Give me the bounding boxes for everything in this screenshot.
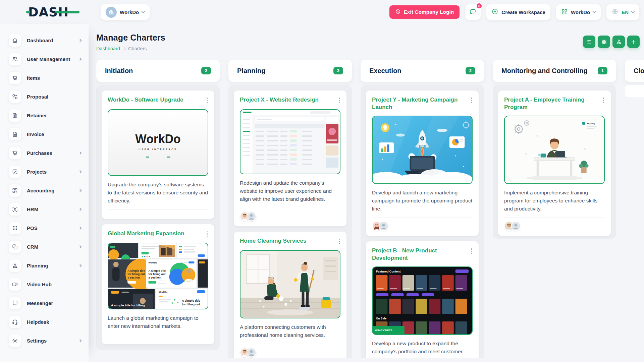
cart-icon bbox=[9, 72, 21, 84]
charter-card[interactable]: Global Marketing Expansion bbox=[102, 224, 214, 345]
chat-icon bbox=[9, 297, 21, 309]
sidebar-item-purchases[interactable]: Purchases bbox=[0, 143, 89, 162]
sitemap-icon bbox=[616, 39, 622, 45]
grid-icon bbox=[601, 39, 607, 45]
exit-company-login-button[interactable]: Exit Company Login bbox=[389, 5, 460, 19]
column-header: Initiation 2 bbox=[96, 60, 220, 82]
assigned-avatars bbox=[240, 212, 256, 221]
charter-card[interactable]: Project Y - Marketing Campaign Launch bbox=[366, 90, 479, 236]
charter-title[interactable]: Project X - Website Redesign bbox=[240, 96, 319, 104]
column-body: Project Y - Marketing Campaign Launch bbox=[361, 85, 484, 358]
svg-text:Hobby: Hobby bbox=[587, 122, 595, 125]
kebab-menu-icon[interactable] bbox=[602, 96, 605, 105]
sidebar-item-crm[interactable]: CRM bbox=[0, 237, 89, 256]
messages-button[interactable]: 0 bbox=[465, 4, 481, 20]
sidebar-item-user-management[interactable]: User Management bbox=[0, 50, 89, 68]
chevron-down-icon bbox=[142, 9, 145, 13]
avatar-placeholder[interactable] bbox=[247, 212, 256, 221]
svg-text:a section: a section bbox=[148, 276, 160, 279]
sidebar-item-items[interactable]: Items bbox=[0, 68, 89, 87]
charter-card[interactable]: Project X - Website Redesign bbox=[234, 90, 346, 226]
svg-text:A simple title for filling: A simple title for filling bbox=[111, 303, 145, 307]
home-icon bbox=[9, 34, 21, 47]
card-footer bbox=[372, 218, 473, 231]
sidebar-item-planning[interactable]: Planning bbox=[0, 256, 89, 275]
svg-text:A simple title: A simple title bbox=[182, 299, 200, 302]
charter-image-training-illustration: Hobby bbox=[504, 116, 605, 184]
page-header: Manage Charters Dashboard Charters bbox=[96, 33, 644, 51]
breadcrumb-current: Charters bbox=[128, 46, 147, 51]
video-camera-icon bbox=[9, 278, 21, 291]
charter-image-rocket-launch bbox=[372, 116, 473, 184]
svg-text:for filling out: for filling out bbox=[148, 273, 165, 276]
charter-card[interactable]: Project A - Employee Training Program bbox=[498, 90, 611, 236]
kebab-menu-icon[interactable] bbox=[206, 230, 209, 238]
copy-icon bbox=[9, 241, 21, 253]
sidebar-item-video-hub[interactable]: Video Hub bbox=[0, 275, 89, 294]
column-title: Initiation bbox=[105, 67, 133, 75]
kebab-menu-icon[interactable] bbox=[470, 247, 473, 255]
svg-text:WorkDo: WorkDo bbox=[148, 261, 157, 264]
avatar-placeholder[interactable] bbox=[511, 221, 521, 231]
avatar-placeholder[interactable] bbox=[247, 348, 256, 357]
charter-description: Implement a comprehensive training progr… bbox=[504, 189, 605, 213]
topbar-actions: Exit Company Login 0 Create Workspace bbox=[389, 4, 639, 20]
company-switcher[interactable]: WorkDo bbox=[101, 4, 150, 20]
workspace-switcher[interactable]: WorkDo bbox=[556, 4, 601, 20]
column-title: Closing bbox=[634, 67, 644, 75]
board-column-planning: Planning 2 Project X - Website Redesign bbox=[228, 60, 352, 358]
charter-title[interactable]: Global Marketing Expansion bbox=[108, 230, 184, 237]
cart-icon bbox=[9, 147, 21, 159]
sidebar-item-accounting[interactable]: Accounting bbox=[0, 181, 89, 200]
grid-view-button[interactable] bbox=[598, 36, 610, 48]
charter-image-streaming-site: Featured Content bbox=[372, 266, 473, 335]
assigned-avatars bbox=[372, 221, 388, 231]
charter-title[interactable]: Home Cleaning Services bbox=[240, 237, 306, 245]
sidebar-item-retainer[interactable]: Retainer bbox=[0, 106, 89, 125]
kebab-menu-icon[interactable] bbox=[338, 237, 341, 246]
hierarchy-view-button[interactable] bbox=[612, 36, 625, 48]
gear-icon bbox=[9, 335, 21, 347]
sidebar-item-dashboard[interactable]: Dashboard bbox=[0, 31, 89, 50]
svg-text:Featured Content: Featured Content bbox=[376, 270, 401, 273]
sidebar-item-helpdesk[interactable]: Helpdesk bbox=[0, 312, 89, 331]
sidebar-item-pos[interactable]: POS bbox=[0, 219, 89, 237]
charter-image-templates-collage: A simple title for filling out a section… bbox=[108, 243, 208, 309]
sidebar-item-projects[interactable]: Projects bbox=[0, 162, 89, 181]
chevron-down-icon bbox=[631, 9, 635, 13]
kebab-menu-icon[interactable] bbox=[206, 96, 209, 105]
column-body-empty bbox=[625, 85, 644, 97]
sidebar-item-messenger[interactable]: Messenger bbox=[0, 294, 89, 312]
board-column-execution: Execution 2 Project Y - Marketing Campai… bbox=[361, 60, 484, 358]
app-logo[interactable]: DASH bbox=[28, 5, 78, 19]
board-column-monitoring: Monitoring and Controlling 1 Project A -… bbox=[493, 60, 616, 358]
language-selector[interactable]: EN bbox=[606, 4, 639, 20]
charter-title[interactable]: Project B - New Product Development bbox=[372, 247, 467, 262]
chevron-right-icon bbox=[78, 264, 82, 267]
chevron-right-icon bbox=[78, 339, 82, 342]
charter-card[interactable]: WorkDo - Software Upgrade WorkDo USER IN… bbox=[102, 90, 214, 219]
list-view-button[interactable] bbox=[583, 36, 595, 48]
kebab-menu-icon[interactable] bbox=[338, 96, 341, 105]
avatar-placeholder[interactable] bbox=[379, 221, 388, 231]
charter-title[interactable]: Project Y - Marketing Campaign Launch bbox=[372, 96, 467, 111]
grid-plus-icon bbox=[9, 184, 21, 197]
sidebar-item-invoice[interactable]: Invoice bbox=[0, 125, 89, 143]
sidebar-item-proposal[interactable]: Proposal bbox=[0, 87, 89, 106]
kebab-menu-icon[interactable] bbox=[470, 96, 473, 105]
sidebar-item-hrm[interactable]: HRM bbox=[0, 200, 89, 219]
charter-card[interactable]: Home Cleaning Services bbox=[234, 232, 346, 358]
sidebar: Dashboard User Management Items Proposal… bbox=[0, 24, 89, 362]
charter-board: Initiation 2 WorkDo - Software Upgrade W… bbox=[96, 60, 644, 358]
language-code: EN bbox=[622, 9, 629, 15]
charter-title[interactable]: WorkDo - Software Upgrade bbox=[108, 96, 183, 104]
charter-image-cleaning-photo bbox=[240, 250, 340, 318]
breadcrumb-dashboard-link[interactable]: Dashboard bbox=[96, 46, 120, 51]
charter-card[interactable]: Project B - New Product Development Feat… bbox=[366, 241, 479, 358]
create-workspace-button[interactable]: Create Workspace bbox=[486, 4, 550, 20]
column-header: Planning 2 bbox=[228, 60, 352, 82]
add-charter-button[interactable] bbox=[627, 36, 640, 48]
sidebar-item-settings[interactable]: Settings bbox=[0, 331, 89, 350]
charter-title[interactable]: Project A - Employee Training Program bbox=[504, 96, 599, 111]
checkbox-icon bbox=[9, 166, 21, 178]
